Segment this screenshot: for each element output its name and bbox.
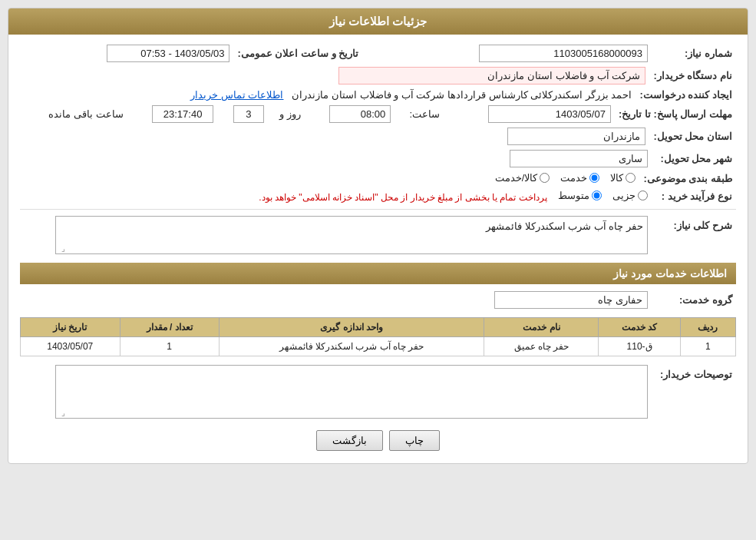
page-title: جزئیات اطلاعات نیاز	[329, 15, 427, 28]
sharh-label-cell: شرح کلی نیاز:	[652, 214, 736, 257]
shomara-value: 1103005168000093	[479, 45, 648, 62]
cell-tarikh: 1403/05/07	[21, 337, 120, 356]
sharh-value: حفر چاه آب شرب اسکندرکلا فائمشهر	[486, 220, 643, 232]
row4-table: مهلت ارسال پاسخ: تا تاریخ: 1403/05/07 سا…	[20, 103, 736, 125]
gorooh-table: گروه خدمت: حفاری چاه	[20, 289, 736, 311]
ijad-link[interactable]: اطلاعات تماس خریدار	[190, 89, 283, 101]
mohlat-mande-label: ساعت باقی مانده	[20, 103, 127, 125]
col-nam: نام خدمت	[484, 318, 599, 337]
separator1	[20, 209, 736, 210]
data-table-wrapper: ردیف کد خدمت نام خدمت واحد اندازه گیری ت…	[20, 317, 736, 356]
row8-table: نوع فرآیند خرید : جزیی متوسط	[20, 187, 736, 205]
gorooh-label-cell: گروه خدمت:	[652, 289, 736, 311]
mohlat-date: 1403/05/07	[488, 105, 611, 123]
tawsiyat-label-cell: توصیحات خریدار:	[652, 363, 736, 421]
tarikh-value: 1403/05/03 - 07:53	[107, 45, 229, 62]
shomara-label: شماره نیاز:	[652, 42, 736, 65]
col-code: کد خدمت	[599, 318, 680, 337]
tarikh-label: تاریخ و ساعت اعلان عمومی:	[233, 42, 362, 65]
cell-tedad: 1	[120, 337, 219, 356]
gorooh-value: حفاری چاه	[494, 291, 648, 309]
ijad-value: احمد بزرگر اسکندرکلائی کارشناس قراردادها…	[292, 89, 632, 101]
row2-table: نام دستگاه خریدار: شرکت آب و فاضلاب استا…	[20, 65, 736, 87]
tabaqa-kala-khedmat-label: کالا/خدمت	[495, 172, 538, 184]
noe-jozi-label: جزیی	[612, 190, 636, 201]
ostan-value: مازندران	[507, 128, 645, 145]
tawsiyat-box: ⌟	[55, 365, 648, 419]
mohlat-roz-label: روز و	[268, 103, 304, 125]
page-wrapper: جزئیات اطلاعات نیاز شماره نیاز: 11030051…	[0, 0, 756, 540]
mohlat-saat-label: ساعت:	[395, 103, 443, 125]
tabaqa-khedmat-item: خدمت	[560, 172, 599, 184]
tabaqa-kala-label: کالا	[610, 172, 623, 184]
row5-table: استان محل تحویل: مازندران	[20, 125, 736, 147]
sharh-table: شرح کلی نیاز: حفر چاه آب شرب اسکندرکلا ف…	[20, 214, 736, 257]
tawsiyat-resize-handle: ⌟	[58, 409, 65, 416]
noe-label: نوع فرآیند خرید :	[652, 187, 736, 205]
tabaqa-khedmat-radio[interactable]	[589, 173, 599, 183]
col-vahed: واحد اندازه گیری	[219, 318, 484, 337]
tawsiyat-inner	[56, 366, 647, 416]
ijad-label: ایجاد کننده درخواست:	[636, 87, 736, 103]
mohlat-label: مهلت ارسال پاسخ: تا تاریخ:	[615, 103, 736, 125]
col-radif: ردیف	[680, 318, 735, 337]
ostan-label: استان محل تحویل:	[649, 125, 736, 147]
namdastgah-value: شرکت آب و فاضلاب استان مازندران	[338, 67, 645, 84]
tabaqa-kala-radio[interactable]	[626, 173, 636, 183]
print-button[interactable]: چاپ	[389, 430, 440, 451]
row7-table: طبقه بندی موضوعی: کالا خدمت	[20, 170, 736, 187]
tabaqa-khedmat-label: خدمت	[560, 172, 587, 184]
noe-radio-group: جزیی متوسط	[558, 190, 648, 201]
sharh-label: شرح کلی نیاز:	[673, 220, 732, 231]
noe-motevaset-label: متوسط	[558, 190, 589, 201]
tabaqa-radio-group: کالا خدمت کالا/خدمت	[495, 172, 636, 184]
sharh-resize-handle: ⌟	[58, 244, 65, 252]
noe-motevaset-item: متوسط	[558, 190, 602, 201]
cell-radif: 1	[680, 337, 735, 356]
noe-jozi-item: جزیی	[612, 190, 648, 201]
noe-warning: پرداخت تمام یا بخشی از مبلغ خریدار از مح…	[259, 192, 546, 203]
button-row: چاپ بازگشت	[20, 430, 736, 451]
row1-table: شماره نیاز: 1103005168000093 تاریخ و ساع…	[20, 42, 736, 65]
row3-table: ایجاد کننده درخواست: احمد بزرگر اسکندرکل…	[20, 87, 736, 103]
col-tedad: تعداد / مقدار	[120, 318, 219, 337]
tawsiyat-label: توصیحات خریدار:	[660, 369, 732, 380]
table-row: 1 ق-110 حفر چاه عمیق حفر چاه آب شرب اسکن…	[21, 337, 736, 356]
tawsiyat-table: توصیحات خریدار: ⌟	[20, 363, 736, 421]
mohlat-saat: 08:00	[329, 105, 391, 123]
tabaqa-label: طبقه بندی موضوعی:	[639, 170, 736, 187]
row6-table: شهر محل تحویل: ساری	[20, 147, 736, 170]
cell-nam: حفر چاه عمیق	[484, 337, 599, 356]
shahr-value: ساری	[510, 150, 648, 167]
namdastgah-label: نام دستگاه خریدار:	[649, 65, 736, 87]
main-card: جزئیات اطلاعات نیاز شماره نیاز: 11030051…	[8, 8, 748, 464]
tabaqa-kala-khedmat-radio[interactable]	[540, 173, 550, 183]
shahr-label: شهر محل تحویل:	[652, 147, 736, 170]
card-body: شماره نیاز: 1103005168000093 تاریخ و ساع…	[8, 35, 748, 463]
mohlat-countdown: 23:17:40	[152, 105, 213, 123]
back-button[interactable]: بازگشت	[316, 430, 383, 451]
khadamat-section-title: اطلاعات خدمات مورد نیاز	[613, 267, 727, 280]
card-header: جزئیات اطلاعات نیاز	[8, 8, 748, 35]
cell-vahed: حفر چاه آب شرب اسکندرکلا فائمشهر	[219, 337, 484, 356]
cell-code: ق-110	[599, 337, 680, 356]
noe-motevaset-radio[interactable]	[592, 190, 602, 200]
khadamat-section-header: اطلاعات خدمات مورد نیاز	[20, 263, 736, 284]
col-tarikh: تاریخ نیاز	[21, 318, 120, 337]
tabaqa-kala-khedmat-item: کالا/خدمت	[495, 172, 550, 184]
sharh-box: حفر چاه آب شرب اسکندرکلا فائمشهر ⌟	[55, 216, 648, 254]
mohlat-roz: 3	[233, 105, 264, 123]
noe-jozi-radio[interactable]	[638, 190, 648, 200]
services-table: ردیف کد خدمت نام خدمت واحد اندازه گیری ت…	[20, 317, 736, 356]
tabaqa-kala-item: کالا	[610, 172, 636, 184]
